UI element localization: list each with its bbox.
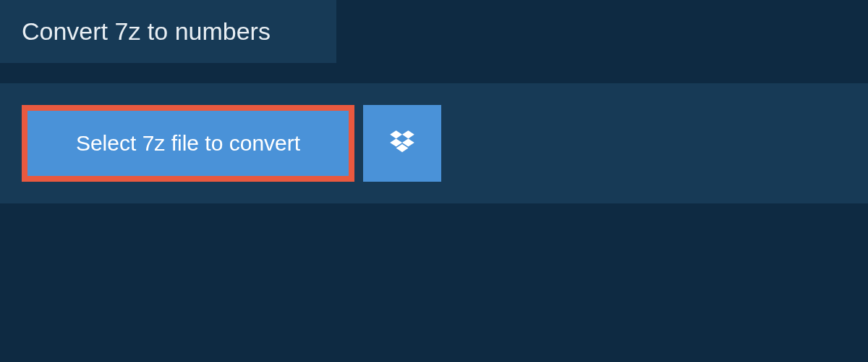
select-file-label: Select 7z file to convert: [76, 131, 300, 156]
upload-panel: Select 7z file to convert: [0, 83, 868, 203]
page-header: Convert 7z to numbers: [0, 0, 336, 63]
dropbox-icon: [388, 128, 417, 159]
dropbox-button[interactable]: [363, 105, 441, 182]
button-row: Select 7z file to convert: [22, 105, 846, 182]
select-file-button[interactable]: Select 7z file to convert: [22, 105, 354, 182]
page-title: Convert 7z to numbers: [22, 17, 315, 46]
